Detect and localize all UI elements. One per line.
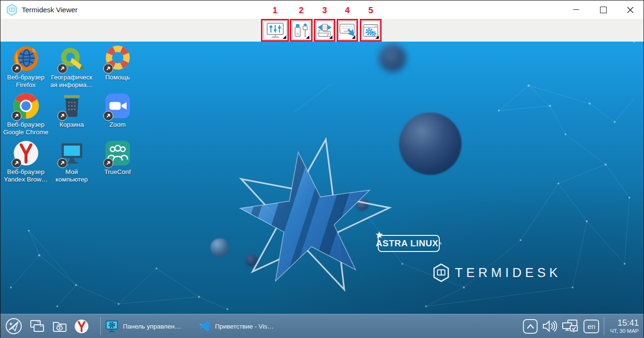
- dropdown-arrow-icon: [375, 35, 379, 39]
- window-title: Termidesk Viewer: [22, 6, 78, 14]
- desktop-icon-zoom[interactable]: Zoom: [95, 92, 140, 139]
- session-settings-button[interactable]: [362, 21, 380, 40]
- termidesk-app-icon: [6, 4, 17, 16]
- dropdown-arrow-icon: [352, 35, 355, 39]
- shortcut-arrow-icon: [57, 158, 68, 168]
- shortcut-arrow-icon: [103, 111, 113, 121]
- file-manager-eye-icon: [52, 319, 68, 334]
- file-manager-button[interactable]: [52, 319, 68, 334]
- close-icon: [627, 7, 634, 13]
- icon-label: Веб-браузер Yandex Brow…: [4, 168, 48, 183]
- system-tray: en 15:41 ЧТ, 30 МАР: [523, 317, 639, 335]
- dropdown-arrow-icon: [306, 35, 309, 39]
- control-panel-icon: [105, 320, 118, 333]
- astra-start-icon: [5, 318, 22, 335]
- icon-label: Мой компьютер: [55, 168, 87, 183]
- desktop-icon-trueconf[interactable]: TrueConf: [95, 139, 140, 187]
- desktop-icon-yandex[interactable]: Веб-браузер Yandex Brow…: [3, 139, 49, 187]
- termidesk-watermark-text: TERMIDESK: [455, 266, 561, 280]
- icon-label: Веб-браузер Firefox: [7, 74, 44, 89]
- termidesk-logo-icon: [432, 263, 450, 283]
- termidesk-watermark: TERMIDESK: [432, 263, 561, 283]
- icon-label: Помощь: [105, 74, 130, 81]
- minimize-icon: [573, 9, 579, 10]
- minimize-button[interactable]: [563, 0, 590, 19]
- dropdown-arrow-icon: [329, 35, 332, 39]
- annotation-number-5: 5: [358, 6, 383, 16]
- volume-button[interactable]: [542, 319, 557, 333]
- annotation-number-2: 2: [288, 6, 314, 16]
- chevron-up-icon: [526, 323, 535, 329]
- desktop-icon-grid: Веб-браузер Firefox Географическ ая и: [3, 45, 140, 187]
- desktop-icon-qgis[interactable]: Географическ ая информа…: [49, 45, 95, 92]
- task-vscode[interactable]: Приветствие - Vis…: [198, 320, 274, 332]
- file-transfer-button[interactable]: [316, 21, 333, 40]
- taskbar: Панель управлен… Приветствие - Vis…: [0, 314, 644, 338]
- shortcut-arrow-icon: [57, 111, 68, 121]
- annotation-box-2: 2: [290, 19, 313, 42]
- window-switcher-icon: [28, 319, 45, 334]
- maximize-icon: [600, 7, 607, 13]
- blurred-sphere-small: [379, 44, 406, 72]
- annotation-box-1: 1: [261, 19, 289, 42]
- keyboard-input-button[interactable]: [339, 21, 356, 40]
- close-button[interactable]: [617, 0, 644, 19]
- icon-label: Zoom: [109, 121, 126, 129]
- dropdown-arrow-icon: [283, 35, 286, 39]
- speaker-icon: [542, 319, 557, 333]
- shortcut-arrow-icon: [103, 158, 113, 168]
- annotation-box-4: 4: [337, 19, 358, 42]
- annotation-number-4: 4: [335, 6, 359, 16]
- remote-desktop-view[interactable]: ASTRA LINUX® TERMIDESK: [0, 42, 644, 314]
- task-control-panel[interactable]: Панель управлен…: [105, 320, 181, 333]
- icon-label: Корзина: [60, 121, 84, 129]
- window-controls: [563, 0, 644, 19]
- clock[interactable]: 15:41 ЧТ, 30 МАР: [610, 318, 639, 334]
- shortcut-arrow-icon: [57, 63, 68, 74]
- desktop-icon-chrome[interactable]: Веб-браузер Google Chrome: [3, 92, 49, 139]
- icon-label: Веб-браузер Google Chrome: [3, 121, 48, 136]
- yandex-browser-icon: [74, 319, 89, 334]
- clock-time: 15:41: [610, 318, 639, 328]
- icon-label: Географическ ая информа…: [51, 74, 93, 89]
- tray-separator: [604, 317, 604, 335]
- tray-expand-button[interactable]: [523, 319, 538, 334]
- connected-displays-icon: [562, 319, 579, 334]
- window-switcher-button[interactable]: [28, 319, 45, 334]
- annotation-number-1: 1: [260, 6, 290, 16]
- shortcut-arrow-icon: [11, 111, 22, 121]
- registered-mark: ®: [439, 242, 442, 246]
- task-label: Приветствие - Vis…: [215, 323, 274, 330]
- astra-linux-wallpaper-badge: ASTRA LINUX®: [378, 235, 440, 252]
- shortcut-arrow-icon: [11, 158, 22, 168]
- yandex-browser-taskbar-button[interactable]: [74, 319, 89, 334]
- maximize-button[interactable]: [590, 0, 617, 19]
- clock-date: ЧТ, 30 МАР: [610, 328, 639, 334]
- astra-star-graphic: [222, 128, 398, 313]
- usb-redirect-button[interactable]: [292, 21, 310, 40]
- blue-sphere-large: [399, 113, 461, 175]
- icon-label: TrueConf: [104, 168, 131, 176]
- shortcut-arrow-icon: [103, 63, 113, 74]
- termidesk-viewer-window: Termidesk Viewer 1: [0, 0, 644, 338]
- shortcut-arrow-icon: [11, 63, 22, 74]
- desktop-icon-trash[interactable]: Корзина: [49, 92, 95, 139]
- display-settings-icon: [266, 22, 284, 38]
- taskbar-separator: [100, 317, 101, 335]
- astra-star-icon: [375, 231, 383, 239]
- astra-start-button[interactable]: [5, 318, 22, 335]
- astra-badge-text: ASTRA LINUX: [376, 238, 439, 249]
- annotation-box-5: 5: [360, 19, 382, 42]
- annotation-number-3: 3: [313, 6, 337, 16]
- network-displays-button[interactable]: [562, 319, 579, 334]
- annotation-box-3: 3: [314, 19, 335, 42]
- vscode-icon: [198, 320, 210, 332]
- desktop-icon-firefox[interactable]: Веб-браузер Firefox: [3, 45, 49, 92]
- viewer-toolbar: 1 2: [0, 19, 644, 42]
- layout-code: en: [587, 322, 595, 330]
- task-label: Панель управлен…: [123, 323, 181, 330]
- display-settings-button[interactable]: [263, 21, 287, 40]
- keyboard-layout-indicator[interactable]: en: [583, 320, 599, 333]
- desktop-icon-my-computer[interactable]: Мой компьютер: [49, 139, 95, 187]
- desktop-icon-help[interactable]: Помощь: [95, 45, 140, 92]
